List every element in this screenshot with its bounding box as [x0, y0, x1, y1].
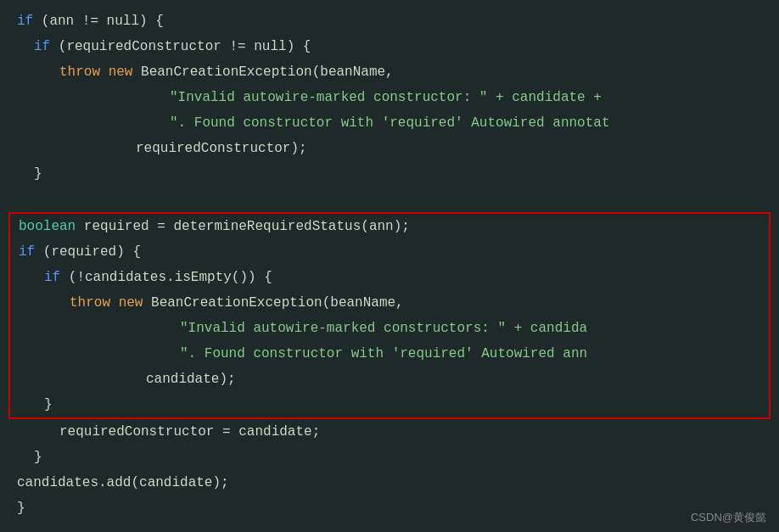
code-line-3: throw new BeanCreationException(beanName… — [0, 59, 779, 85]
highlighted-block: boolean required = determineRequiredStat… — [8, 212, 771, 419]
highlighted-line-1: boolean required = determineRequiredStat… — [10, 214, 769, 239]
keyword-if: if — [19, 239, 35, 265]
keyword-if: if — [17, 8, 33, 34]
code-line-18: } — [0, 445, 779, 470]
keyword-throw: throw — [59, 59, 100, 85]
code-line-7: } — [0, 161, 779, 187]
highlighted-line-2: if (required) { — [10, 239, 769, 265]
highlighted-line-4: throw new BeanCreationException(beanName… — [10, 290, 769, 316]
code-line-17: requiredConstructor = candidate; — [0, 419, 779, 445]
keyword-throw: throw — [70, 290, 110, 316]
code-line-6: requiredConstructor); — [0, 136, 779, 161]
code-line-1: if (ann != null) { — [0, 8, 779, 34]
code-line-4: "Invalid autowire-marked constructor: " … — [0, 85, 779, 110]
keyword-new: new — [119, 290, 143, 316]
watermark: CSDN@黄俊懿 — [691, 510, 766, 525]
keyword-boolean: boolean — [19, 214, 76, 239]
keyword-new: new — [109, 59, 133, 85]
code-line-2: if (requiredConstructor != null) { — [0, 34, 779, 59]
code-container: if (ann != null) { if (requiredConstruct… — [0, 0, 779, 532]
highlighted-line-5: "Invalid autowire-marked constructors: "… — [10, 316, 769, 341]
code-line-19: candidates.add(candidate); — [0, 470, 779, 496]
highlighted-line-7: candidate); — [10, 367, 769, 392]
highlighted-line-6: ". Found constructor with 'required' Aut… — [10, 341, 769, 367]
code-line-20: } — [0, 496, 779, 521]
code-line-8 — [0, 187, 779, 212]
keyword-if: if — [44, 265, 60, 290]
code-line-5: ". Found constructor with 'required' Aut… — [0, 110, 779, 136]
highlighted-line-8: } — [10, 392, 769, 417]
keyword-if: if — [34, 34, 50, 59]
highlighted-line-3: if (!candidates.isEmpty()) { — [10, 265, 769, 290]
